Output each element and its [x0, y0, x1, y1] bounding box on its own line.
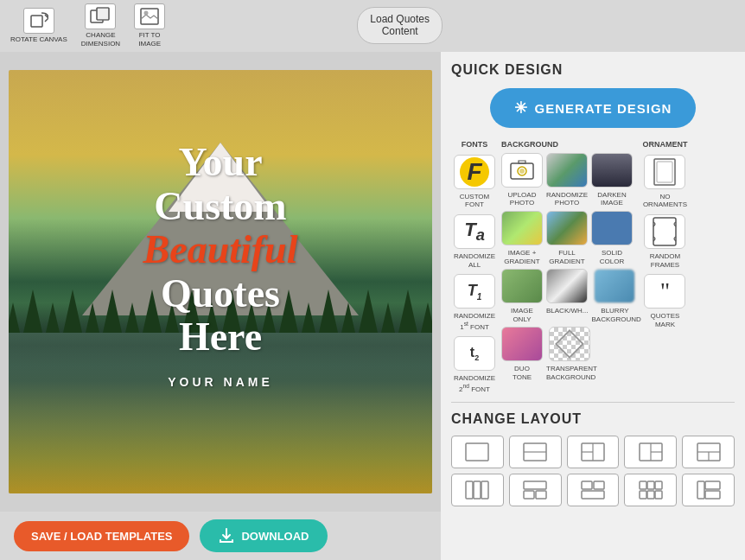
svg-rect-35 — [655, 481, 662, 489]
canvas-bottom-bar: SAVE / LOAD TEMPLATES DOWNLOAD — [0, 512, 441, 560]
randomize-1st-item[interactable]: T1 RANDOMIZE1st FONT — [454, 274, 495, 331]
solid-color-label: SOLIDCOLOR — [600, 249, 624, 265]
background-column: BACKGROUND UPLOADPHOTO — [501, 140, 638, 393]
transparent-bg-item[interactable]: TRANSPARENTBACKGROUND — [546, 327, 593, 381]
upload-photo-item[interactable]: UPLOADPHOTO — [501, 153, 543, 207]
layout-10-icon — [697, 478, 721, 502]
quote-line5: Here — [56, 315, 385, 360]
f-icon: F — [460, 157, 489, 187]
quotes-mark-icon: " — [644, 274, 685, 309]
image-gradient-icon — [501, 211, 543, 245]
layout-option-6[interactable] — [451, 474, 504, 506]
solid-color-icon — [591, 211, 633, 245]
randomize-all-item[interactable]: Ta RANDOMIZEALL — [454, 214, 495, 269]
randomize-2nd-icon: t2 — [454, 336, 495, 371]
generate-label: GENERATE DESIGN — [535, 101, 672, 116]
black-white-icon — [546, 269, 588, 303]
svg-rect-33 — [640, 481, 646, 489]
generate-design-button[interactable]: ✳ GENERATE DESIGN — [490, 88, 697, 128]
bg-row4: DUOTONE TRANSPARENTBACKGROUND — [501, 327, 638, 381]
quote-line2: Custom — [56, 184, 385, 228]
upload-photo-icon — [501, 153, 543, 188]
svg-rect-36 — [640, 491, 646, 499]
svg-rect-37 — [647, 491, 654, 499]
no-ornaments-label: NOORNAMENTS — [643, 193, 687, 209]
svg-rect-32 — [582, 491, 604, 499]
save-load-label: SAVE / LOAD TEMPLATES — [31, 530, 172, 543]
rotate-canvas-btn[interactable]: ROTATE CANVAS — [10, 8, 67, 44]
rotate-canvas-icon — [23, 8, 54, 34]
quick-design-title: QUICK DESIGN — [451, 62, 735, 78]
randomize-photo-label: RANDOMIZEPHOTO — [546, 191, 588, 207]
upload-photo-label: UPLOADPHOTO — [508, 191, 537, 207]
custom-font-icon: F — [454, 155, 495, 189]
full-gradient-item[interactable]: FULLGRADIENT — [546, 211, 588, 265]
quick-label: QUICK — [451, 62, 505, 77]
black-white-item[interactable]: BLACK/WH... — [546, 269, 588, 323]
custom-font-item[interactable]: F CUSTOMFONT — [454, 155, 495, 209]
change-dimension-label: CHANGEDIMENSION — [81, 31, 120, 48]
randomize-2nd-label: RANDOMIZE2nd FONT — [454, 374, 495, 393]
randomize-photo-item[interactable]: RANDOMIZEPHOTO — [546, 153, 588, 207]
layout-1-icon — [465, 440, 489, 464]
svg-rect-9 — [654, 159, 675, 185]
randomize-all-icon: Ta — [454, 214, 495, 249]
fit-to-image-icon — [134, 3, 165, 29]
fit-to-image-label: FIT TOIMAGE — [138, 31, 161, 48]
rotate-canvas-label: ROTATE CANVAS — [10, 35, 67, 44]
load-quotes-btn[interactable]: Load QuotesContent — [357, 7, 443, 44]
randomize-2nd-item[interactable]: t2 RANDOMIZE2nd FONT — [454, 336, 495, 393]
layout-option-10[interactable] — [682, 474, 735, 506]
fonts-header: FONTS — [462, 140, 488, 150]
black-white-label: BLACK/WH... — [546, 307, 588, 315]
no-ornaments-item[interactable]: NOORNAMENTS — [643, 155, 687, 209]
darken-image-icon — [591, 153, 633, 188]
image-gradient-item[interactable]: IMAGE +GRADIENT — [501, 211, 543, 265]
image-only-item[interactable]: IMAGEONLY — [501, 269, 543, 323]
solid-color-item[interactable]: SOLIDCOLOR — [591, 211, 633, 265]
layout-9-icon — [639, 478, 663, 502]
blurry-bg-item[interactable]: BLURRYBACKGROUND — [591, 269, 638, 323]
svg-point-8 — [519, 169, 525, 174]
change-dimension-btn[interactable]: CHANGEDIMENSION — [81, 3, 120, 48]
save-load-templates-button[interactable]: SAVE / LOAD TEMPLATES — [14, 521, 189, 551]
layout-8-icon — [581, 478, 605, 502]
darken-image-item[interactable]: DARKENIMAGE — [591, 153, 633, 207]
layout-option-1[interactable] — [451, 436, 504, 468]
author-name: YOUR NAME — [56, 374, 385, 388]
tree — [398, 290, 417, 333]
svg-rect-0 — [31, 16, 42, 27]
random-frames-item[interactable]: RANDOMFRAMES — [644, 214, 685, 269]
svg-rect-26 — [481, 481, 488, 499]
main-content: Your Custom Beautiful Quotes Here YOUR N… — [0, 52, 745, 560]
canvas-background: Your Custom Beautiful Quotes Here YOUR N… — [9, 70, 432, 493]
layout-5-icon — [697, 440, 721, 464]
blurry-bg-label: BLURRYBACKGROUND — [591, 307, 638, 323]
layout-option-2[interactable] — [509, 436, 562, 468]
duo-tone-item[interactable]: DUOTONE — [501, 327, 543, 381]
quotes-mark-item[interactable]: " QUOTESMARK — [644, 274, 685, 328]
svg-rect-24 — [466, 481, 473, 499]
svg-rect-29 — [536, 491, 546, 499]
download-button[interactable]: DOWNLOAD — [200, 519, 328, 552]
layout-option-5[interactable] — [682, 436, 735, 468]
layout-option-3[interactable] — [567, 436, 620, 468]
bg-row1: UPLOADPHOTO RANDOMIZEPHOTO DARKENIMAGE — [501, 153, 638, 207]
canvas-quote-text: Your Custom Beautiful Quotes Here YOUR N… — [56, 141, 385, 389]
layout-4-icon — [639, 440, 663, 464]
svg-rect-2 — [97, 8, 109, 20]
random-frames-icon — [644, 214, 685, 249]
layout-option-9[interactable] — [624, 474, 677, 506]
quote-line4: Quotes — [56, 271, 385, 315]
svg-point-5 — [144, 11, 149, 16]
layout-option-7[interactable] — [509, 474, 562, 506]
magic-icon: ✳ — [514, 99, 528, 118]
fit-to-image-btn[interactable]: FIT TOIMAGE — [134, 3, 165, 48]
svg-rect-10 — [657, 162, 672, 182]
randomize-all-label: RANDOMIZEALL — [454, 252, 495, 269]
random-frames-svg — [653, 217, 677, 246]
svg-rect-31 — [594, 481, 604, 489]
layout-option-8[interactable] — [567, 474, 620, 506]
no-ornaments-icon — [644, 155, 685, 189]
layout-option-4[interactable] — [624, 436, 677, 468]
